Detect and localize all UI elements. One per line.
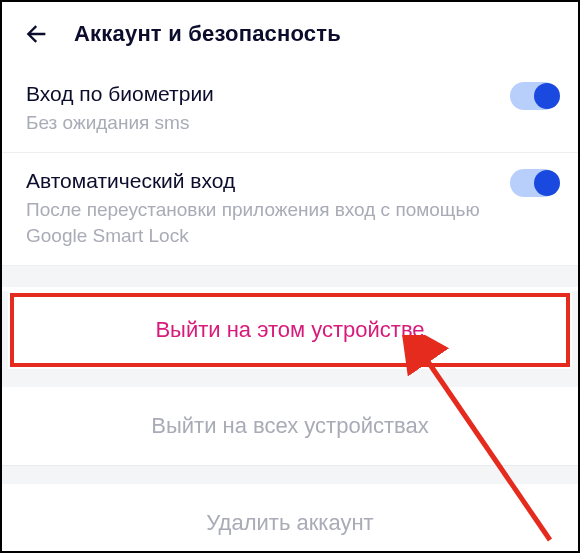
toggle-auto-login[interactable] <box>510 169 558 197</box>
header: Аккаунт и безопасность <box>2 2 578 66</box>
back-button[interactable] <box>22 20 50 48</box>
action-label: Выйти на всех устройствах <box>151 413 428 438</box>
setting-text: Вход по биометрии Без ожидания sms <box>26 80 510 136</box>
logout-all-devices-button[interactable]: Выйти на всех устройствах <box>2 387 578 466</box>
setting-title: Вход по биометрии <box>26 80 498 108</box>
action-label: Удалить аккаунт <box>206 510 373 535</box>
setting-title: Автоматический вход <box>26 167 498 195</box>
action-list: Выйти на этом устройстве Выйти на всех у… <box>2 291 578 553</box>
setting-auto-login[interactable]: Автоматический вход После переустановки … <box>2 153 578 265</box>
setting-text: Автоматический вход После переустановки … <box>26 167 510 249</box>
setting-biometrics[interactable]: Вход по биометрии Без ожидания sms <box>2 66 578 153</box>
setting-subtitle: Без ожидания sms <box>26 110 498 136</box>
setting-subtitle: После переустановки приложения вход с по… <box>26 197 498 248</box>
page-title: Аккаунт и безопасность <box>74 21 341 47</box>
arrow-left-icon <box>22 20 50 48</box>
toggle-knob <box>534 170 560 196</box>
action-label: Выйти на этом устройстве <box>155 317 424 342</box>
toggle-knob <box>534 83 560 109</box>
delete-account-button[interactable]: Удалить аккаунт <box>2 484 578 553</box>
section-divider <box>2 265 578 287</box>
logout-this-device-button[interactable]: Выйти на этом устройстве <box>8 291 572 369</box>
toggle-biometrics[interactable] <box>510 82 558 110</box>
